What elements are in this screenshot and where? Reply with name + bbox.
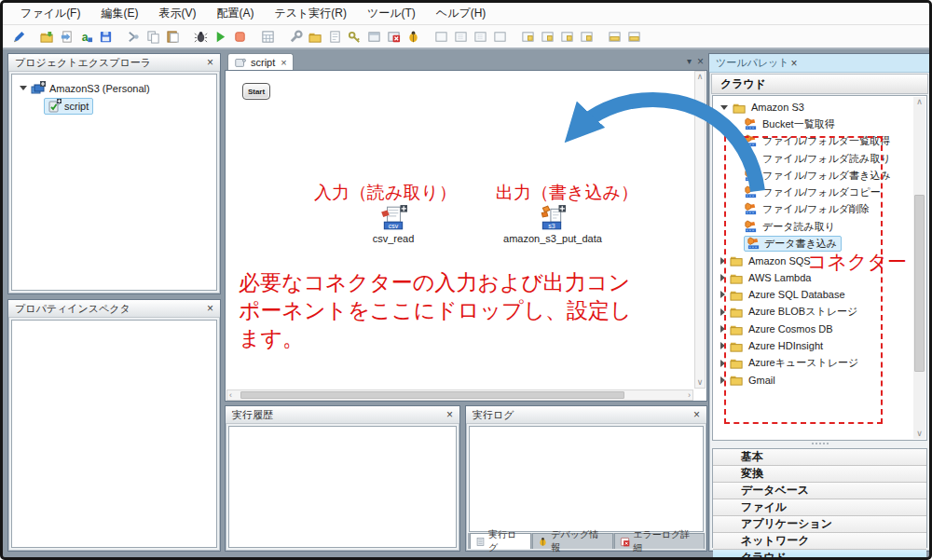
paste-icon[interactable] xyxy=(164,28,181,45)
collapsed-arrow-icon[interactable] xyxy=(720,274,725,281)
close-window-icon[interactable] xyxy=(385,28,402,45)
palette-group-amazon-s3[interactable]: Amazon S3 xyxy=(713,99,926,116)
tab-list-dropdown-icon[interactable]: ▾ xyxy=(687,56,692,66)
category-database[interactable]: データベース xyxy=(713,483,926,499)
tool-icon[interactable] xyxy=(287,28,304,45)
align-middle-icon[interactable] xyxy=(539,28,555,45)
palette-item-file-write[interactable]: ファイル/フォルダ書き込み xyxy=(713,167,926,184)
close-icon[interactable]: × xyxy=(445,410,455,419)
copy-icon[interactable] xyxy=(144,28,161,45)
csv-read-component-icon[interactable] xyxy=(379,205,407,231)
menu-view[interactable]: 表示(V) xyxy=(150,3,204,24)
menu-test-run[interactable]: テスト実行(R) xyxy=(266,3,355,24)
collapsed-arrow-icon[interactable] xyxy=(720,308,725,316)
window-icon[interactable] xyxy=(365,28,382,45)
category-application[interactable]: アプリケーション xyxy=(713,516,926,533)
layout-center-icon[interactable] xyxy=(452,28,469,45)
save-icon[interactable] xyxy=(97,28,114,45)
tab-close-icon[interactable]: × xyxy=(281,57,286,68)
collapsed-arrow-icon[interactable] xyxy=(720,376,725,384)
bug-icon[interactable] xyxy=(404,28,421,45)
folder-label: Azure BLOBストレージ xyxy=(748,305,857,319)
close-icon[interactable]: × xyxy=(205,304,215,313)
collapsed-arrow-icon[interactable] xyxy=(720,257,725,265)
canvas-vertical-scrollbar[interactable]: ∧ ∨ xyxy=(694,71,706,389)
scroll-up-icon[interactable]: ∧ xyxy=(695,72,705,82)
layout-grid-icon[interactable] xyxy=(491,28,508,45)
document-icon[interactable] xyxy=(326,28,343,45)
folder-icon[interactable] xyxy=(307,28,323,45)
palette-scrollbar[interactable]: ∧ ∨ xyxy=(913,97,925,439)
palette-item-file-delete[interactable]: ファイル/フォルダ削除 xyxy=(713,201,926,218)
scrollbar-thumb[interactable] xyxy=(240,391,624,399)
palette-folder-azure-blob[interactable]: Azure BLOBストレージ xyxy=(713,304,926,321)
collapsed-arrow-icon[interactable] xyxy=(720,325,725,333)
align-base-icon[interactable] xyxy=(578,28,595,45)
script-selection[interactable]: script xyxy=(44,98,93,115)
align-top-icon[interactable] xyxy=(519,28,536,45)
palette-item-data-read[interactable]: データ読み取り xyxy=(713,218,926,235)
collapsed-arrow-icon[interactable] xyxy=(720,360,725,367)
project-root-row[interactable]: AmazonS3 (Personal) xyxy=(12,79,216,97)
exec-history-body xyxy=(228,426,457,548)
import-icon[interactable] xyxy=(58,28,75,45)
expand-arrow-icon[interactable] xyxy=(20,86,27,90)
run-icon[interactable] xyxy=(212,28,228,45)
scroll-left-icon[interactable]: ‹ xyxy=(229,390,232,401)
palette-section-header[interactable]: クラウド xyxy=(711,74,928,94)
open-project-icon[interactable] xyxy=(38,28,55,45)
tab-script[interactable]: script × xyxy=(227,53,294,70)
palette-item-file-read[interactable]: ファイル/フォルダ読み取り xyxy=(713,150,926,167)
debug-run-icon[interactable] xyxy=(192,28,209,45)
distribute-v-icon[interactable] xyxy=(625,28,642,45)
key-icon[interactable] xyxy=(346,28,363,45)
expand-arrow-icon[interactable] xyxy=(720,105,728,110)
menu-file[interactable]: ファイル(F) xyxy=(12,3,89,24)
category-convert[interactable]: 変換 xyxy=(713,466,926,483)
palette-folder-azure-queue[interactable]: Azureキューストレージ xyxy=(713,354,926,371)
stop-icon[interactable] xyxy=(231,28,248,45)
menu-edit[interactable]: 編集(E) xyxy=(92,3,146,24)
scroll-up-icon[interactable]: ∧ xyxy=(913,97,925,107)
palette-folder-azure-sql[interactable]: Azure SQL Database xyxy=(713,286,926,303)
collapsed-arrow-icon[interactable] xyxy=(720,291,725,298)
menu-tools[interactable]: ツール(T) xyxy=(359,3,424,24)
tab-error-log[interactable]: エラーログ詳細 xyxy=(614,533,705,549)
collapsed-arrow-icon[interactable] xyxy=(720,342,725,349)
align-bottom-icon[interactable] xyxy=(558,28,575,45)
palette-folder-azure-hdinsight[interactable]: Azure HDInsight xyxy=(713,337,926,354)
category-basic[interactable]: 基本 xyxy=(713,449,926,466)
cut-icon[interactable] xyxy=(125,28,142,45)
schedule-icon[interactable] xyxy=(259,28,276,45)
s3-put-component-icon[interactable] xyxy=(538,205,566,231)
tab-exec-log[interactable]: 実行ログ xyxy=(470,533,531,549)
project-script-row[interactable]: script xyxy=(12,97,216,115)
new-script-icon[interactable] xyxy=(10,28,27,45)
tabstrip-close-icon[interactable]: × xyxy=(697,57,704,66)
rename-icon[interactable] xyxy=(77,28,94,45)
close-icon[interactable]: × xyxy=(789,59,800,68)
palette-item-file-copy[interactable]: ファイル/フォルダコピー xyxy=(713,184,926,200)
close-icon[interactable]: × xyxy=(692,410,702,419)
category-cloud[interactable]: クラウド xyxy=(713,550,926,560)
palette-item-bucket-list[interactable]: Bucket一覧取得 xyxy=(713,116,926,132)
palette-item-file-list[interactable]: ファイル/フォルダ一覧取得 xyxy=(713,133,926,150)
canvas-horizontal-scrollbar[interactable]: ‹ › xyxy=(226,389,693,401)
category-network[interactable]: ネットワーク xyxy=(713,533,926,550)
close-icon[interactable]: × xyxy=(205,58,215,67)
menu-arrange[interactable]: 配置(A) xyxy=(208,3,262,24)
layout-right-icon[interactable] xyxy=(472,28,488,45)
scroll-down-icon[interactable]: ∨ xyxy=(695,377,705,388)
category-file[interactable]: ファイル xyxy=(713,499,926,516)
palette-folder-gmail[interactable]: Gmail xyxy=(713,372,926,389)
palette-splitter[interactable] xyxy=(712,441,927,446)
menu-help[interactable]: ヘルプ(H) xyxy=(428,3,495,24)
distribute-h-icon[interactable] xyxy=(606,28,623,45)
palette-folder-azure-cosmos[interactable]: Azure Cosmos DB xyxy=(713,321,926,337)
scroll-right-icon[interactable]: › xyxy=(688,390,691,401)
start-component[interactable]: Start xyxy=(242,83,270,100)
scroll-down-icon[interactable]: ∨ xyxy=(913,429,925,439)
scrollbar-thumb[interactable] xyxy=(914,195,925,372)
layout-left-icon[interactable] xyxy=(432,28,449,45)
tab-debug-info[interactable]: デバッグ情報 xyxy=(532,533,613,549)
